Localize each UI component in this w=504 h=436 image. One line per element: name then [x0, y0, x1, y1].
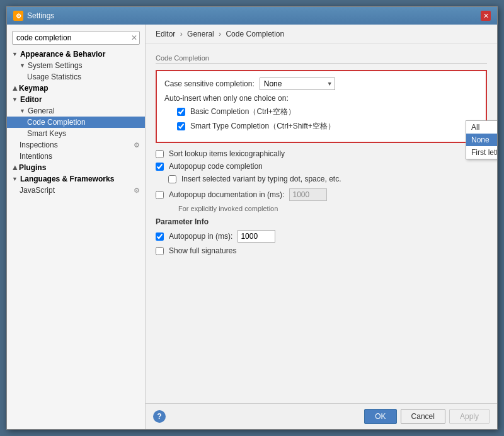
- title-bar: ⚙ Settings ✕: [7, 7, 497, 25]
- case-sensitive-select[interactable]: None: [260, 77, 335, 90]
- cancel-button[interactable]: Cancel: [401, 409, 445, 424]
- expand-icon: ▼: [12, 176, 18, 182]
- sidebar-item-label: Keymap: [19, 84, 49, 93]
- sidebar-item-inspections[interactable]: Inspections ⚙: [7, 139, 145, 151]
- show-full-sig-checkbox[interactable]: [156, 247, 164, 255]
- param-info-title: Parameter Info: [156, 217, 487, 226]
- breadcrumb-sep2: ›: [219, 30, 221, 38]
- nav-section: ▼ Appearance & Behavior ▼ System Setting…: [7, 49, 145, 196]
- breadcrumb-general: General: [187, 30, 214, 38]
- sidebar-item-appearance-behavior[interactable]: ▼ Appearance & Behavior: [7, 49, 145, 60]
- sort-lookup-label: Sort lookup items lexicographically: [169, 149, 285, 158]
- insert-selected-row: Insert selected variant by typing dot, s…: [156, 175, 487, 183]
- auto-insert-row: Auto-insert when only one choice on:: [164, 94, 478, 103]
- autopopup-row: Autopopup code completion: [156, 162, 487, 171]
- autopopup-doc-checkbox[interactable]: [156, 191, 164, 199]
- main-panel: Editor › General › Code Completion Code …: [146, 25, 497, 429]
- param-info-section: Parameter Info Autopopup in (ms): Show f…: [156, 217, 487, 255]
- autopopup-param-row: Autopopup in (ms):: [156, 230, 487, 243]
- basic-completion-row: Basic Completion（Ctrl+空格）: [164, 106, 478, 117]
- breadcrumb-sep1: ›: [180, 30, 183, 38]
- autopopup-doc-sub: For explicitly invoked completion: [156, 205, 487, 212]
- sidebar-item-languages-frameworks[interactable]: ▼ Languages & Frameworks: [7, 173, 145, 185]
- sidebar-item-label: Inspections: [20, 141, 58, 149]
- basic-completion-checkbox[interactable]: [177, 108, 185, 116]
- expand-icon: ▶: [11, 166, 18, 170]
- insert-selected-label: Insert selected variant by typing dot, s…: [181, 175, 341, 183]
- sidebar-item-label: Appearance & Behavior: [20, 50, 105, 59]
- autopopup-doc-row: Autopopup documentation in (ms):: [156, 188, 487, 201]
- help-button[interactable]: ?: [153, 410, 166, 423]
- ok-button[interactable]: OK: [364, 409, 396, 424]
- sidebar-item-intentions[interactable]: Intentions: [7, 151, 145, 162]
- section-title: Code Completion: [156, 54, 487, 64]
- show-full-sig-row: Show full signatures: [156, 246, 487, 255]
- autopopup-param-input[interactable]: [238, 230, 275, 243]
- sidebar-item-label: General: [28, 106, 55, 115]
- autopopup-doc-label: Autopopup documentation in (ms):: [169, 190, 284, 199]
- search-clear-icon[interactable]: ✕: [131, 33, 137, 42]
- expand-icon: ▼: [20, 62, 25, 69]
- case-sensitive-group: Case sensitive completion: None Auto-ins…: [156, 70, 487, 143]
- case-sensitive-row: Case sensitive completion: None: [164, 77, 478, 90]
- sidebar: ✕ ▼ Appearance & Behavior ▼ System Setti…: [7, 25, 146, 429]
- sidebar-item-label: Intentions: [20, 152, 52, 161]
- smart-type-row: Smart Type Completion（Ctrl+Shift+空格）: [164, 121, 478, 132]
- sidebar-item-usage-statistics[interactable]: Usage Statistics: [7, 71, 145, 83]
- dropdown-options: All None First letter: [466, 120, 497, 159]
- sidebar-item-code-completion[interactable]: Code Completion: [7, 117, 145, 128]
- bottom-bar: ? OK Cancel Apply: [146, 403, 497, 429]
- smart-type-checkbox[interactable]: [177, 122, 185, 130]
- search-wrapper: ✕: [12, 31, 140, 45]
- autopopup-doc-input[interactable]: [289, 188, 327, 201]
- basic-completion-label: Basic Completion（Ctrl+空格）: [190, 106, 295, 117]
- sidebar-item-label: Languages & Frameworks: [20, 175, 114, 183]
- sidebar-item-label: Editor: [20, 95, 42, 104]
- sidebar-item-label: Smart Keys: [27, 129, 66, 138]
- dropdown-option-all[interactable]: All: [466, 121, 497, 134]
- sidebar-item-general[interactable]: ▼ General: [7, 105, 145, 117]
- breadcrumb: Editor › General › Code Completion: [146, 25, 497, 44]
- sidebar-item-label: Plugins: [19, 163, 46, 172]
- config-icon: ⚙: [134, 141, 140, 149]
- close-button[interactable]: ✕: [481, 11, 491, 21]
- expand-icon: ▼: [12, 51, 18, 57]
- sidebar-item-plugins[interactable]: ▶ Plugins: [7, 162, 145, 173]
- dialog-title: Settings: [27, 11, 54, 20]
- auto-insert-label: Auto-insert when only one choice on:: [164, 94, 289, 103]
- dropdown-option-first-letter[interactable]: First letter: [466, 146, 497, 159]
- autopopup-checkbox[interactable]: [156, 163, 164, 171]
- show-full-sig-label: Show full signatures: [169, 246, 236, 255]
- sidebar-item-label: Code Completion: [27, 118, 86, 127]
- sort-lookup-row: Sort lookup items lexicographically: [156, 149, 487, 158]
- breadcrumb-editor: Editor: [156, 30, 175, 38]
- sidebar-item-label: JavaScript: [20, 186, 55, 195]
- title-bar-left: ⚙ Settings: [13, 11, 54, 21]
- sidebar-item-label: System Settings: [28, 61, 83, 70]
- config-icon: ⚙: [134, 186, 140, 195]
- insert-selected-checkbox[interactable]: [168, 175, 176, 183]
- main-content-area: ✕ ▼ Appearance & Behavior ▼ System Setti…: [7, 25, 497, 429]
- search-input[interactable]: [12, 31, 140, 45]
- settings-content: Code Completion Case sensitive completio…: [146, 44, 497, 403]
- autopopup-param-label: Autopopup in (ms):: [169, 232, 232, 241]
- case-sensitive-label: Case sensitive completion:: [164, 79, 255, 88]
- sidebar-item-keymap[interactable]: ▶ Keymap: [7, 83, 145, 94]
- breadcrumb-code-completion: Code Completion: [226, 30, 284, 38]
- expand-icon: ▼: [20, 108, 25, 114]
- sidebar-item-label: Usage Statistics: [27, 72, 81, 81]
- app-icon: ⚙: [13, 11, 23, 21]
- sidebar-item-javascript[interactable]: JavaScript ⚙: [7, 185, 145, 196]
- sort-lookup-checkbox[interactable]: [156, 150, 164, 158]
- dropdown-option-none[interactable]: None: [466, 134, 497, 146]
- sidebar-item-system-settings[interactable]: ▼ System Settings: [7, 60, 145, 71]
- apply-button[interactable]: Apply: [449, 409, 490, 424]
- smart-type-label: Smart Type Completion（Ctrl+Shift+空格）: [190, 121, 335, 132]
- settings-dialog: ⚙ Settings ✕ ✕ ▼ Appearance & Behavior ▼: [6, 6, 498, 430]
- case-sensitive-select-wrapper[interactable]: None: [260, 77, 335, 90]
- expand-icon: ▼: [12, 96, 18, 103]
- sidebar-item-editor[interactable]: ▼ Editor: [7, 94, 145, 105]
- expand-icon: ▶: [11, 86, 18, 91]
- autopopup-param-checkbox[interactable]: [156, 232, 164, 241]
- sidebar-item-smart-keys[interactable]: Smart Keys: [7, 128, 145, 139]
